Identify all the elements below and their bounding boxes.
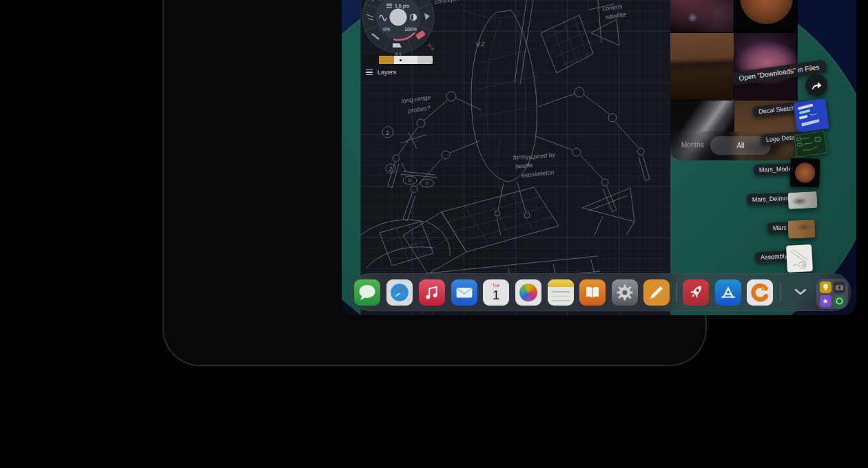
palette-swatch-black[interactable] [364, 56, 379, 64]
dock-app-music[interactable] [419, 279, 445, 306]
mail-envelope-icon [451, 279, 477, 306]
dock: Tue 1 [351, 273, 851, 311]
drag-item-thumbnail [789, 158, 820, 187]
rocket-icon [683, 279, 709, 306]
screen-viewport: concept to color V.2 comms satellite lon… [342, 0, 856, 315]
brush-tool-wheel[interactable]: 1.6 1.3 3.5 [360, 0, 440, 61]
dock-chevron-down-button[interactable] [793, 286, 808, 298]
concepts-app-window: concept to color V.2 comms satellite lon… [360, 0, 670, 315]
books-open-book-icon [579, 279, 606, 306]
settings-gear-glyph [616, 284, 634, 301]
drag-item-thumbnail [788, 220, 816, 238]
color-palette-strip[interactable] [364, 56, 433, 64]
calendar-weekday: Tue [483, 283, 509, 288]
eraser-size: 14.5 [426, 43, 435, 52]
annotation-concept-to-color: concept to color [434, 0, 479, 6]
dock-app-notes[interactable] [548, 279, 574, 306]
photo-mars-planet[interactable] [734, 0, 798, 32]
dock-app-mail[interactable] [451, 279, 477, 306]
annotation-version: V.2 [475, 41, 485, 48]
annotation-probes-2: probes? [407, 105, 431, 115]
app-library-mini-activity [834, 295, 845, 307]
dock-app-messages[interactable] [354, 279, 380, 306]
annotation-beetle-2: inspired by [525, 151, 556, 161]
dock-app-books[interactable] [579, 279, 606, 306]
notes-header-icon [548, 279, 574, 287]
drag-item-thumbnail [786, 244, 813, 273]
color-well[interactable] [390, 9, 407, 26]
photo-mars-landscape[interactable] [670, 33, 734, 100]
annotation-beetle-1: form [513, 153, 526, 161]
safari-compass-icon [386, 279, 413, 306]
forward-arrow-icon [811, 81, 823, 91]
pen-diagonal-icon [643, 279, 670, 306]
palette-swatch-gold[interactable] [379, 56, 394, 64]
photo-nebula-horsehead[interactable] [670, 0, 734, 32]
dock-app-calendar[interactable]: Tue 1 [483, 279, 509, 306]
palette-swatch-white[interactable] [394, 56, 417, 64]
drag-item-thumbnail [793, 98, 829, 133]
tab-months[interactable]: Months [681, 141, 704, 149]
calendar-day: 1 [483, 288, 509, 302]
layers-menu-icon [366, 70, 373, 75]
annotation-comms-1: comms [602, 3, 623, 12]
palette-selection-dot [400, 59, 402, 61]
dock-app-sketch-pen[interactable] [643, 279, 670, 306]
annotation-marker-1: 1 [386, 129, 389, 136]
layers-label: Layers [378, 69, 396, 76]
screenshot-stage: concept to color V.2 comms satellite lon… [0, 0, 868, 468]
dock-app-appstore[interactable] [715, 279, 741, 306]
app-library-mini-camera [834, 281, 845, 293]
dock-app-settings[interactable] [612, 279, 638, 306]
dock-app-color-c[interactable] [747, 279, 773, 306]
layers-button[interactable]: Layers [366, 69, 396, 76]
app-library-mini-star: ★ [820, 295, 831, 307]
dock-divider [676, 282, 677, 301]
orange-c-icon [750, 282, 770, 303]
ipad-screen: concept to color V.2 comms satellite lon… [342, 0, 856, 315]
dock-app-photos[interactable] [515, 279, 541, 306]
messages-bubble-icon [354, 279, 380, 306]
dock-app-rocket[interactable] [683, 279, 709, 306]
min-percent: 0% [383, 27, 390, 32]
annotation-marker-2: 2 [388, 166, 392, 173]
chevron-down-icon [794, 288, 807, 295]
drag-item-thumbnail [794, 131, 827, 158]
dock-divider [781, 282, 781, 301]
appstore-a-icon [715, 279, 741, 306]
dock-app-safari[interactable] [386, 279, 413, 306]
ipad-device-frame: concept to color V.2 comms satellite lon… [163, 0, 707, 366]
palette-swatch-gray[interactable] [417, 56, 433, 64]
drag-item-thumbnail [787, 191, 817, 209]
max-percent: 100% [404, 27, 417, 32]
annotation-probes-1: long-range [401, 94, 431, 105]
annotation-comms-2: satellite [605, 11, 627, 21]
app-library-mini-tips [820, 281, 831, 293]
share-forward-button[interactable] [805, 74, 827, 96]
music-note-icon [419, 279, 445, 306]
photos-flower-icon [519, 284, 537, 301]
annotation-beetle-4: exoskeleton [521, 169, 555, 179]
annotation-beetle-3: beetle [515, 161, 533, 170]
center-size-label: 1.6 pts [395, 3, 410, 9]
dock-app-library-button[interactable]: ★ [816, 279, 848, 309]
